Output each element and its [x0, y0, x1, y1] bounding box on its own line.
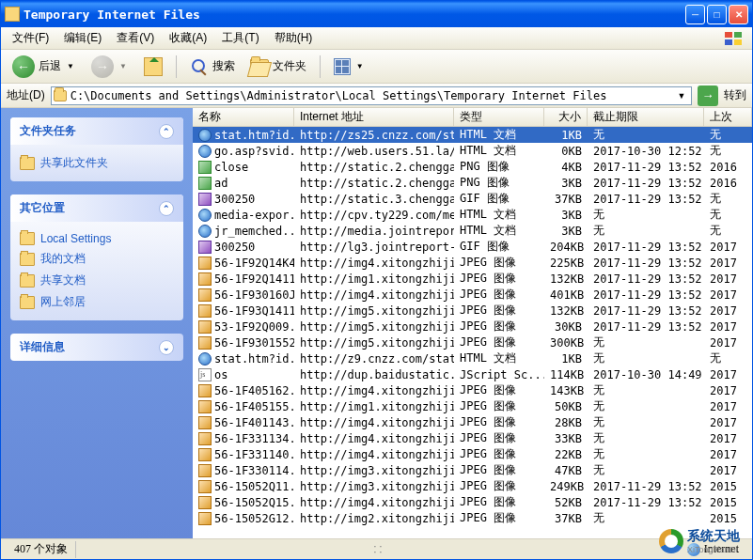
share-folder-link[interactable]: 共享此文件夹: [20, 152, 174, 174]
file-row[interactable]: go.asp?svid...http://web.users.51.la/go.…: [193, 143, 752, 159]
collapse-icon[interactable]: ⌃: [159, 201, 174, 216]
address-input[interactable]: [71, 89, 674, 102]
collapse-icon[interactable]: ⌃: [159, 124, 174, 139]
file-type-icon: [198, 368, 212, 381]
file-row[interactable]: stat.htm?id...http://zs25.cnzz.com/stat.…: [193, 127, 752, 143]
file-expires: 无: [588, 462, 704, 478]
my-documents-link[interactable]: 我的文档: [20, 248, 174, 270]
col-size[interactable]: 大小: [544, 108, 588, 126]
file-size: 3KB: [544, 209, 588, 222]
menu-edit[interactable]: 编辑(E): [56, 27, 109, 49]
folder-icon: [54, 90, 67, 101]
close-button[interactable]: ✕: [729, 5, 748, 24]
file-last: 无: [704, 127, 752, 143]
file-type: JPEG 图像: [454, 446, 544, 462]
file-expires: 2017-11-29 13:52: [588, 496, 704, 509]
panel-header[interactable]: 详细信息 ⌄: [10, 334, 183, 361]
file-row[interactable]: 56-1F930155238http://img5.xitongzhijia..…: [193, 334, 752, 350]
col-last[interactable]: 上次: [704, 108, 752, 126]
list-body[interactable]: stat.htm?id...http://zs25.cnzz.com/stat.…: [193, 127, 752, 538]
titlebar[interactable]: Temporary Internet Files ─ □ ✕: [1, 1, 752, 27]
file-name: 56-1F331134...: [214, 432, 294, 445]
file-type-icon: [198, 241, 212, 254]
file-expires: 2017-11-29 13:52: [588, 288, 704, 302]
file-row[interactable]: media-expor...http://cpv.ty229.com/medi.…: [193, 207, 752, 223]
folders-button[interactable]: 文件夹: [244, 56, 312, 76]
file-row[interactable]: 56-1F405155...http://img1.xitongzhijia..…: [193, 398, 752, 414]
file-row[interactable]: 56-1F92Q14K4http://img4.xitongzhijia...J…: [193, 255, 752, 271]
file-row[interactable]: 56-1F401143...http://img4.xitongzhijia..…: [193, 414, 752, 430]
minimize-button[interactable]: ─: [685, 5, 705, 24]
file-name: 300250: [214, 193, 255, 206]
file-name: 56-15052Q15...: [214, 496, 294, 509]
file-row[interactable]: 300250http://static.3.chenggao...GIF 图像3…: [193, 191, 752, 207]
chevron-down-icon[interactable]: ▼: [65, 62, 76, 70]
file-last: 2015: [704, 512, 752, 525]
status-grip: ⸬: [76, 542, 680, 556]
file-row[interactable]: 56-1F330114...http://img3.xitongzhijia..…: [193, 462, 752, 478]
maximize-button[interactable]: □: [707, 5, 727, 24]
panel-header[interactable]: 文件夹任务 ⌃: [10, 117, 183, 145]
file-last: 2017: [704, 304, 752, 318]
file-size: 1KB: [544, 129, 588, 142]
file-row[interactable]: closehttp://static.2.chenggao...PNG 图像4K…: [193, 159, 752, 175]
file-row[interactable]: stat.htm?id...http://z9.cnzz.com/stat.h.…: [193, 350, 752, 366]
up-button[interactable]: [138, 55, 168, 78]
network-places-link[interactable]: 网上邻居: [20, 291, 174, 313]
shared-documents-link[interactable]: 共享文档: [20, 270, 174, 291]
menu-tools[interactable]: 工具(T): [214, 27, 266, 49]
file-type: GIF 图像: [454, 191, 544, 207]
file-name: 56-1F930155238: [214, 336, 294, 350]
col-expires[interactable]: 截止期限: [588, 108, 704, 126]
menu-favorites[interactable]: 收藏(A): [162, 27, 214, 49]
file-row[interactable]: 56-1F331134...http://img4.xitongzhijia..…: [193, 430, 752, 446]
watermark: 系统天地 XiTongTianDi: [659, 528, 740, 554]
file-row[interactable]: 56-1F331140...http://img4.xitongzhijia..…: [193, 446, 752, 462]
address-dropdown[interactable]: ▼: [674, 91, 689, 101]
file-row[interactable]: 56-15052Q11...http://img3.xitongzhijia..…: [193, 478, 752, 494]
panel-details: 详细信息 ⌄: [10, 334, 183, 361]
file-row[interactable]: 56-1F930160J3http://img4.xitongzhijia...…: [193, 287, 752, 303]
file-size: 132KB: [544, 272, 588, 286]
file-row[interactable]: oshttp://dup.baidustatic.co...JScript Sc…: [193, 366, 752, 382]
file-type: JPEG 图像: [454, 430, 544, 446]
file-type: JPEG 图像: [454, 462, 544, 478]
folder-icon: [20, 232, 35, 245]
col-type[interactable]: 类型: [454, 108, 544, 126]
file-row[interactable]: 56-1F93Q14119http://img5.xitongzhijia...…: [193, 303, 752, 319]
file-row[interactable]: adhttp://static.2.chenggao...PNG 图像3KB20…: [193, 175, 752, 191]
file-row[interactable]: 56-15052Q15...http://img4.xitongzhijia..…: [193, 494, 752, 510]
local-settings-link[interactable]: Local Settings: [20, 229, 174, 248]
menu-help[interactable]: 帮助(H): [267, 27, 321, 49]
file-expires: 无: [588, 334, 704, 350]
file-name: 56-1F930160J3: [214, 288, 294, 302]
address-field-wrap[interactable]: ▼: [51, 86, 692, 105]
file-type-icon: [198, 288, 212, 302]
file-name: 56-15052G12...: [214, 512, 294, 525]
file-name: stat.htm?id...: [214, 352, 294, 366]
menu-view[interactable]: 查看(V): [109, 27, 162, 49]
back-button[interactable]: ← 后退 ▼: [7, 54, 82, 80]
go-button[interactable]: →: [698, 86, 718, 106]
col-name[interactable]: 名称: [193, 108, 294, 126]
file-row[interactable]: jr_memched...http://media.jointreport-..…: [193, 223, 752, 239]
expand-icon[interactable]: ⌄: [159, 340, 174, 355]
search-button[interactable]: 搜索: [184, 55, 241, 78]
panel-header[interactable]: 其它位置 ⌃: [10, 194, 183, 222]
file-row[interactable]: 56-15052G12...http://img2.xitongzhijia..…: [193, 510, 752, 526]
file-row[interactable]: 300250http://lg3.jointreport-sw...GIF 图像…: [193, 239, 752, 255]
file-last: 无: [704, 350, 752, 366]
views-button[interactable]: ▼: [328, 56, 371, 77]
menu-file[interactable]: 文件(F): [5, 27, 56, 49]
file-row[interactable]: 56-1F92Q14119http://img1.xitongzhijia...…: [193, 271, 752, 287]
file-type-icon: [198, 225, 212, 238]
file-type: JPEG 图像: [454, 334, 544, 350]
file-row[interactable]: 53-1F92Q009...http://img5.xitongzhijia..…: [193, 319, 752, 334]
file-expires: 无: [588, 398, 704, 414]
file-row[interactable]: 56-1F405162...http://img4.xitongzhijia..…: [193, 382, 752, 398]
file-expires: 无: [588, 414, 704, 430]
col-url[interactable]: Internet 地址: [294, 108, 454, 126]
file-name: close: [214, 161, 248, 174]
search-icon: [190, 57, 209, 76]
chevron-down-icon[interactable]: ▼: [354, 62, 366, 70]
